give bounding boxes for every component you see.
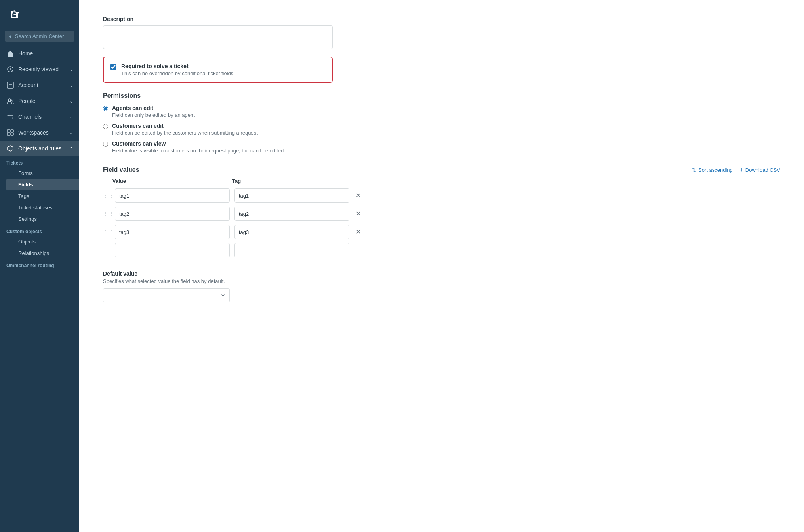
sidebar-item-channels[interactable]: Channels ⌄ [0,109,79,125]
permission-agents-edit-label: Agents can edit [112,105,195,111]
main-content: Description Required to solve a ticket T… [79,0,804,532]
permission-agents-edit-radio[interactable] [103,106,108,111]
search-input[interactable] [15,33,70,39]
sidebar-item-home[interactable]: Home [0,46,79,61]
submenu-item-tags[interactable]: Tags [6,190,79,202]
svg-rect-1 [7,82,13,88]
svg-rect-11 [11,133,13,135]
field-tag-input-2[interactable] [234,207,349,221]
description-input[interactable] [103,25,333,49]
default-value-select[interactable]: - tag1 tag2 tag3 [103,288,230,302]
default-value-description: Specifies what selected value the field … [103,278,780,284]
col-tag-header: Tag [232,178,347,184]
submenu-item-relationships[interactable]: Relationships [6,247,79,259]
submenu-item-forms[interactable]: Forms [6,167,79,179]
remove-row-2-button[interactable]: ✕ [354,209,362,218]
sidebar-item-workspaces[interactable]: Workspaces ⌄ [0,125,79,141]
table-row: ⋮⋮ ✕ [103,223,780,241]
permission-customers-edit-label: Customers can edit [112,123,258,129]
chevron-down-icon: ⌄ [70,67,73,72]
field-value-input-2[interactable] [115,207,230,221]
download-csv-label: Download CSV [745,167,780,173]
sidebar-item-account[interactable]: Account ⌄ [0,77,79,93]
table-row: ⋮⋮ ✕ [103,186,780,205]
svg-point-7 [12,118,13,119]
sidebar-item-workspaces-label: Workspaces [18,129,49,136]
drag-handle-icon[interactable]: ⋮⋮ [103,229,110,235]
permission-customers-edit: Customers can edit Field can be edited b… [103,123,780,136]
field-values-actions: ⇅ Sort ascending ⇓ Download CSV [692,167,780,173]
required-to-solve-title: Required to solve a ticket [121,63,233,69]
remove-row-1-button[interactable]: ✕ [354,191,362,200]
tickets-section-label: Tickets [0,156,79,167]
field-tag-input-new[interactable] [234,243,349,257]
permission-agents-edit-desc: Field can only be edited by an agent [112,112,195,118]
omnichannel-section-label: Omnichannel routing [0,259,79,270]
home-icon [6,49,14,57]
tickets-submenu: Forms Fields Tags Ticket statuses Settin… [0,167,79,225]
permission-customers-view-radio[interactable] [103,142,108,147]
svg-point-6 [8,115,9,116]
sidebar-item-recently-viewed[interactable]: Recently viewed ⌄ [0,61,79,77]
chevron-down-icon: ⌄ [70,99,73,103]
permission-customers-view: Customers can view Field value is visibl… [103,141,780,154]
drag-handle-icon[interactable]: ⋮⋮ [103,211,110,217]
custom-objects-section-label: Custom objects [0,225,79,236]
svg-point-5 [11,99,13,101]
permissions-title: Permissions [103,92,780,99]
permission-agents-edit: Agents can edit Field can only be edited… [103,105,780,118]
field-values-header: Field values ⇅ Sort ascending ⇓ Download… [103,166,780,173]
field-values-section: Field values ⇅ Sort ascending ⇓ Download… [103,166,780,259]
sidebar-item-home-label: Home [18,50,33,57]
required-to-solve-subtitle: This can be overridden by conditional ti… [121,70,233,76]
clock-icon [6,65,14,73]
field-value-input-1[interactable] [115,188,230,203]
svg-rect-10 [7,133,10,135]
drag-handle-icon[interactable]: ⋮⋮ [103,192,110,199]
field-tag-input-1[interactable] [234,188,349,203]
sidebar-item-objects-label: Objects and rules [18,145,61,152]
permission-customers-edit-radio[interactable] [103,124,108,129]
chevron-down-icon: ⌄ [70,115,73,119]
chevron-down-icon: ⌄ [70,83,73,87]
sort-ascending-button[interactable]: ⇅ Sort ascending [692,167,733,173]
submenu-item-objects[interactable]: Objects [6,236,79,247]
submenu-item-ticket-statuses[interactable]: Ticket statuses [6,202,79,213]
svg-point-4 [8,99,11,101]
workspaces-icon [6,129,14,137]
search-bar[interactable]: ● [5,31,74,42]
zendesk-logo-icon [8,7,22,21]
submenu-item-fields[interactable]: Fields [6,179,79,190]
chevron-up-icon: ⌃ [70,146,73,151]
permission-customers-view-desc: Field value is visible to customers on t… [112,148,284,154]
required-to-solve-box: Required to solve a ticket This can be o… [103,57,333,83]
field-tag-input-3[interactable] [234,225,349,239]
sidebar-item-objects-and-rules[interactable]: Objects and rules ⌃ [0,141,79,156]
default-value-label: Default value [103,270,780,277]
sidebar-item-recently-viewed-label: Recently viewed [18,66,59,72]
sidebar-item-people[interactable]: People ⌄ [0,93,79,109]
field-values-title: Field values [103,166,692,173]
svg-rect-8 [7,130,10,132]
remove-row-3-button[interactable]: ✕ [354,227,362,237]
download-icon: ⇓ [739,167,743,173]
chevron-down-icon: ⌄ [70,131,73,135]
sort-ascending-icon: ⇅ [692,167,696,173]
required-to-solve-checkbox[interactable] [110,64,116,70]
custom-objects-submenu: Objects Relationships [0,236,79,259]
field-value-input-3[interactable] [115,225,230,239]
svg-rect-9 [11,130,13,132]
logo [0,0,79,28]
col-value-header: Value [112,178,227,184]
sort-ascending-label: Sort ascending [698,167,733,173]
submenu-item-settings[interactable]: Settings [6,213,79,225]
sidebar-item-channels-label: Channels [18,114,42,120]
field-value-input-new[interactable] [115,243,230,257]
people-icon [6,97,14,105]
objects-icon [6,144,14,152]
sidebar: ● Home Recently viewed ⌄ Account ⌄ [0,0,79,532]
download-csv-button[interactable]: ⇓ Download CSV [739,167,780,173]
permission-customers-edit-desc: Field can be edited by the customers whe… [112,130,258,136]
permission-customers-view-label: Customers can view [112,141,284,147]
description-label: Description [103,16,780,22]
